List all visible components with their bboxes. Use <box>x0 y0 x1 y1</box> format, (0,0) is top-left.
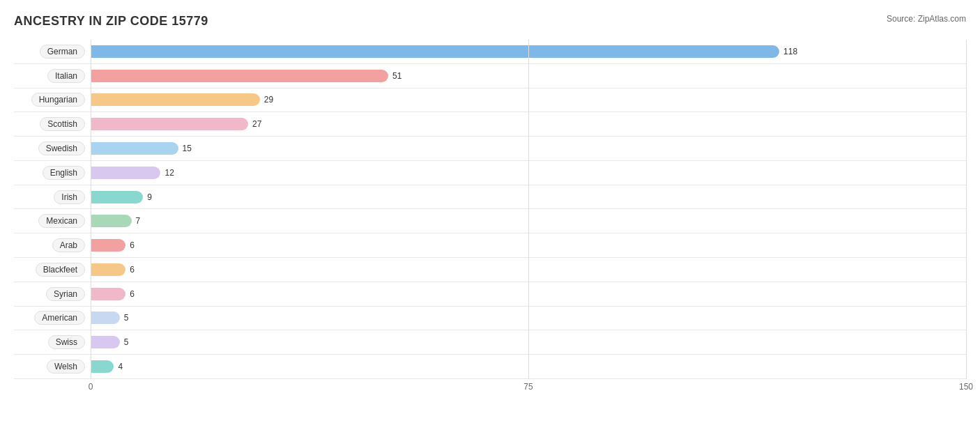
bar-value-label: 6 <box>130 265 135 275</box>
bar-area: 6 <box>91 259 966 280</box>
label-area: American <box>14 311 91 325</box>
label-area: Swedish <box>14 141 91 155</box>
bar-row: Welsh4 <box>14 355 966 379</box>
label-area: Syrian <box>14 287 91 301</box>
bar-label: Welsh <box>47 360 85 374</box>
bar-label: Syrian <box>46 287 85 301</box>
bar-label: Swedish <box>38 141 85 155</box>
bar-value-label: 5 <box>124 313 129 323</box>
bar <box>91 142 178 155</box>
bar-area: 51 <box>91 66 966 86</box>
bar <box>91 360 114 373</box>
bar-row: German118 <box>14 40 966 64</box>
bar <box>91 93 260 106</box>
bar-area: 12 <box>91 162 966 183</box>
grid-line <box>966 40 967 379</box>
bar-area: 27 <box>91 114 966 134</box>
bar-row: Mexican7 <box>14 209 966 233</box>
bar-row: Swiss5 <box>14 330 966 355</box>
bar-value-label: 7 <box>136 216 141 226</box>
label-area: Irish <box>14 190 91 204</box>
bar-label: Arab <box>52 238 85 252</box>
bar-area: 15 <box>91 138 966 159</box>
label-area: Welsh <box>14 360 91 374</box>
label-area: Hungarian <box>14 93 91 107</box>
bar <box>91 45 779 58</box>
label-area: Blackfeet <box>14 263 91 277</box>
bar-area: 6 <box>91 284 966 305</box>
bar-value-label: 29 <box>264 95 273 105</box>
bar-area: 5 <box>91 332 966 353</box>
bar-row: Scottish27 <box>14 112 966 137</box>
bar-label: Swiss <box>48 335 85 349</box>
bar-label: Mexican <box>38 214 85 228</box>
axis-label: 0 <box>89 382 93 392</box>
bar-area: 29 <box>91 90 966 111</box>
bar-row: American5 <box>14 307 966 331</box>
label-area: Swiss <box>14 335 91 349</box>
bar-value-label: 27 <box>252 119 261 129</box>
bar <box>91 167 160 179</box>
bar-label: Italian <box>47 69 85 83</box>
bar-row: English12 <box>14 161 966 185</box>
axis-label: 75 <box>523 382 533 392</box>
chart-area: German118Italian51Hungarian29Scottish27S… <box>14 40 966 379</box>
chart-container: ANCESTRY IN ZIP CODE 15779 Source: ZipAt… <box>0 0 980 423</box>
bar-value-label: 6 <box>130 289 135 299</box>
bar-label: American <box>34 311 85 325</box>
bar <box>91 191 143 203</box>
label-area: Scottish <box>14 117 91 131</box>
bar-label: English <box>43 166 85 180</box>
bar-label: Irish <box>54 190 85 204</box>
bar <box>91 263 125 276</box>
bar-label: Scottish <box>40 117 85 131</box>
bar <box>91 215 132 227</box>
label-area: Arab <box>14 238 91 252</box>
bar-area: 118 <box>91 41 966 62</box>
label-area: German <box>14 45 91 59</box>
bar-value-label: 12 <box>164 168 174 178</box>
bar <box>91 118 248 130</box>
bar-area: 6 <box>91 235 966 256</box>
bar-row: Swedish15 <box>14 137 966 161</box>
label-area: English <box>14 166 91 180</box>
bar-value-label: 15 <box>183 144 192 153</box>
axis-label: 150 <box>959 382 973 392</box>
bar-area: 4 <box>91 356 966 377</box>
bar-area: 9 <box>91 187 966 208</box>
source-label: Source: ZipAtlas.com <box>887 14 966 24</box>
bar <box>91 288 125 300</box>
bar-row: Irish9 <box>14 185 966 210</box>
bar <box>91 239 125 252</box>
bar-value-label: 51 <box>392 71 401 81</box>
bar <box>91 312 120 324</box>
label-area: Italian <box>14 69 91 83</box>
bar-row: Arab6 <box>14 233 966 258</box>
bar-value-label: 118 <box>783 47 797 56</box>
bar-area: 7 <box>91 210 966 231</box>
bar-label: Blackfeet <box>36 263 85 277</box>
bar-value-label: 4 <box>118 362 123 371</box>
bar-value-label: 6 <box>130 240 135 250</box>
bar-row: Blackfeet6 <box>14 258 966 282</box>
bar-area: 5 <box>91 308 966 329</box>
bar-row: Syrian6 <box>14 282 966 307</box>
chart-title: ANCESTRY IN ZIP CODE 15779 <box>14 14 966 29</box>
bar-row: Hungarian29 <box>14 89 966 113</box>
bar-value-label: 9 <box>147 192 152 202</box>
label-area: Mexican <box>14 214 91 228</box>
bar-value-label: 5 <box>124 337 129 347</box>
bar-label: Hungarian <box>31 93 85 107</box>
bar-row: Italian51 <box>14 64 966 89</box>
bar <box>91 70 388 82</box>
bar-label: German <box>40 45 85 59</box>
bar <box>91 336 120 348</box>
